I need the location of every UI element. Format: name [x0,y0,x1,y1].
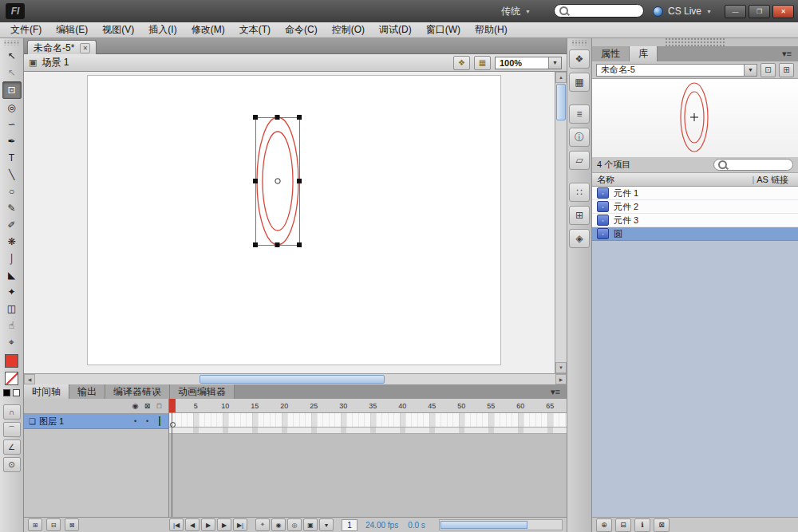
delete-layer-button[interactable]: ⊠ [65,518,79,531]
timeline-scrollbar[interactable] [439,519,563,530]
menu-item[interactable]: 调试(D) [372,22,419,38]
snap-to-objects-option[interactable]: ∩ [3,404,21,420]
delete-button[interactable]: ⊠ [654,518,670,532]
new-symbol-button[interactable]: ⊕ [596,518,612,532]
frame-ruler[interactable]: 5101520253035404550556065 [169,399,567,413]
layer-outline-color-swatch[interactable] [153,417,165,425]
go-to-first-frame-button[interactable]: |◀ [169,518,184,531]
current-frame-indicator[interactable]: 1 [342,519,358,531]
stage-canvas[interactable] [88,76,500,365]
stroke-color-swatch[interactable] [5,354,18,368]
edit-symbols-button[interactable]: ❖ [453,56,470,70]
text-tool[interactable]: T [3,150,21,166]
pencil-tool[interactable]: ✎ [3,200,21,216]
bone-tool[interactable]: ⌡ [3,250,21,266]
menu-item[interactable]: 视图(V) [95,22,141,38]
document-tab[interactable]: 未命名-5* ✕ [27,40,97,55]
layer-name[interactable]: 图层 1 [39,416,64,428]
3d-rotation-tool[interactable]: ◎ [3,100,21,116]
onion-skin-outlines-button[interactable]: ◎ [287,518,302,531]
transform-panel-icon[interactable]: ▱ [569,151,590,170]
step-forward-button[interactable]: ▶ [217,518,231,531]
panel-gripper[interactable] [4,40,19,45]
transform-center-point[interactable] [275,179,280,183]
fill-color-swatch[interactable] [5,372,18,385]
menu-item[interactable]: 控制(O) [325,22,372,38]
playhead[interactable] [169,399,176,412]
library-item[interactable]: ◦ 元件 3 [592,214,798,227]
scroll-down-button[interactable]: ▼ [555,362,567,373]
default-colors-control[interactable] [0,389,23,396]
panel-tab[interactable]: 时间轴 [24,384,69,399]
library-document-select[interactable]: 未命名-5 ▼ [596,64,757,77]
panel-tab[interactable]: 动画编辑器 [170,384,235,399]
selection-tool[interactable]: ↖ [3,48,21,64]
edit-scene-button[interactable]: ▦ [474,56,491,70]
brush-tool[interactable]: ✐ [3,217,21,233]
color-panel-icon[interactable]: ❖ [569,49,590,69]
menu-item[interactable]: 插入(I) [141,22,184,38]
frame-rate-indicator[interactable]: 24.00 fps [365,521,398,530]
menu-item[interactable]: 编辑(E) [49,22,95,38]
linkage-column-header[interactable]: AS 链接 [757,174,788,186]
library-search-input[interactable] [713,159,793,171]
menu-item[interactable]: 文本(T) [232,22,278,38]
oval-tool[interactable]: ○ [3,183,21,199]
swatches-panel-icon[interactable]: ▦ [569,73,590,92]
eyedropper-tool[interactable]: ✦ [3,284,21,300]
pen-tool[interactable]: ✒ [3,133,21,149]
menu-item[interactable]: 命令(C) [278,22,325,38]
components-panel-icon[interactable]: ⊞ [569,206,590,225]
close-button[interactable]: ✕ [772,5,794,18]
show-hide-all-layers-icon[interactable]: ◉ [129,402,141,410]
align-panel-icon[interactable]: ≡ [569,104,590,124]
panel-tab[interactable]: 编译器错误 [105,384,170,399]
cs-live-menu[interactable]: CS Live ▼ [653,0,712,22]
smooth-option[interactable]: ⌒ [3,422,21,437]
scroll-left-button[interactable]: ◀ [24,374,35,384]
panel-tab[interactable]: 输出 [69,384,105,399]
library-item[interactable]: ◦ 圆 [592,227,798,241]
panel-tab[interactable]: 属性 [592,46,630,61]
vertical-scroll-thumb[interactable] [556,84,566,120]
new-folder-button[interactable]: ⊟ [46,518,61,531]
object-drawing-option[interactable]: ⊙ [3,457,21,472]
show-layers-as-outlines-icon[interactable]: □ [153,402,165,410]
scroll-up-button[interactable]: ▲ [555,72,567,83]
menu-item[interactable]: 窗口(W) [419,22,468,38]
motion-presets-panel-icon[interactable]: ◈ [569,229,590,248]
step-back-button[interactable]: ◀ [185,518,200,531]
zoom-tool[interactable]: ⌖ [3,334,21,350]
modify-markers-button[interactable]: ▾ [319,518,334,531]
properties-button[interactable]: ℹ [634,518,650,532]
scroll-right-button[interactable]: ▶ [555,374,567,384]
panel-tab[interactable]: 库 [630,46,658,61]
hand-tool[interactable]: ☝ [3,317,21,333]
frame-area[interactable]: 5101520253035404550556065 [169,399,567,517]
new-folder-button[interactable]: ⊟ [615,518,631,532]
help-search-input[interactable] [554,4,644,18]
paint-bucket-tool[interactable]: ◣ [3,267,21,283]
zoom-control[interactable]: 100% ▼ [495,57,562,69]
panel-gripper[interactable] [664,38,726,46]
play-button[interactable]: ▶ [201,518,215,531]
lock-all-layers-icon[interactable]: ⊠ [141,402,153,410]
name-column-header[interactable]: 名称 [597,174,614,186]
edit-multiple-frames-button[interactable]: ▣ [303,518,318,531]
subselection-tool[interactable]: ↖ [3,65,21,81]
library-list-header[interactable]: 名称 | AS 链接 [592,173,798,187]
timeline-scroll-thumb[interactable] [440,521,527,529]
onion-skin-button[interactable]: ◉ [271,518,286,531]
menu-item[interactable]: 修改(M) [184,22,232,38]
close-tab-icon[interactable]: ✕ [80,43,90,53]
library-item[interactable]: ◦ 元件 1 [592,187,798,200]
stage-pasteboard[interactable] [24,72,555,373]
library-item[interactable]: ◦ 元件 2 [592,200,798,214]
free-transform-tool[interactable]: ⊡ [2,81,22,99]
layer-row[interactable]: ❏ 图层 1 • • [24,414,168,429]
info-panel-icon[interactable]: ⓘ [569,128,590,147]
scene-breadcrumb[interactable]: 场景 1 [41,56,69,69]
pin-library-button[interactable]: ⊡ [760,63,776,77]
lasso-tool[interactable]: ∽ [3,116,21,132]
center-frame-button[interactable]: ⌖ [255,518,270,531]
